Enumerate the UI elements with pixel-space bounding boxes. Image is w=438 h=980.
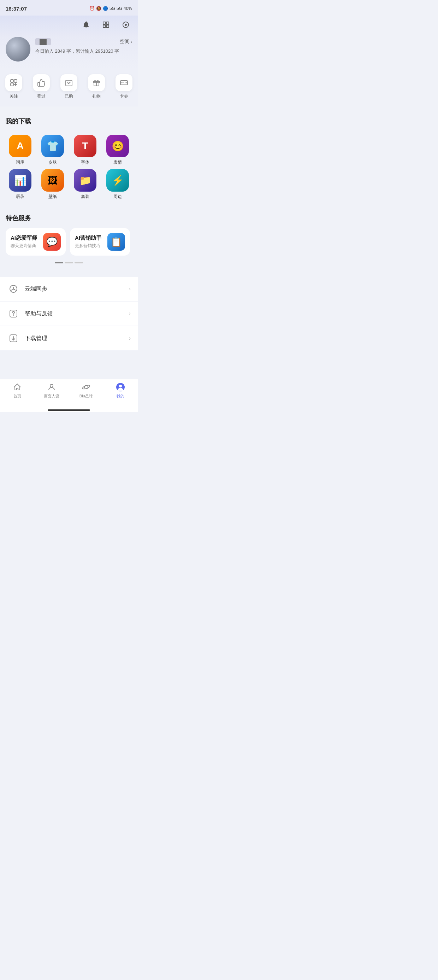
taozhuang-label: 套装 [81,194,89,200]
download-taozhuang[interactable]: 📁 套装 [71,169,100,200]
taozhuang-icon: 📁 [74,169,97,192]
services-title: 特色服务 [6,214,132,223]
status-icons: ⏰ 🔕 🔵 5G 5G 40% [89,6,132,11]
notification-button[interactable] [80,18,92,31]
nav-planet[interactable]: Biu星球 [69,382,103,399]
nav-home[interactable]: 首页 [0,382,35,399]
space-link[interactable]: 空间 › [120,38,132,45]
download-biaoqing[interactable]: 😊 表情 [103,135,132,165]
liked-label: 赞过 [37,93,46,99]
action-liked[interactable]: 赞过 [33,74,50,99]
svg-rect-0 [103,22,106,24]
ziti-icon: T [74,135,97,158]
signal2-icon: 5G [117,6,122,11]
zhoubian-label: 周边 [113,194,122,200]
svg-point-21 [50,384,53,387]
refresh-button[interactable] [100,18,112,31]
header [0,16,138,37]
ai-marketing-title: AI营销助手 [75,235,102,242]
zhoubian-icon: ⚡ [106,169,129,192]
menu-section: 云端同步 › 帮助与反馈 › 下载管理 › [0,273,138,354]
status-time: 16:37:07 [6,6,27,12]
download-zhoubian[interactable]: ⚡ 周边 [103,169,132,200]
ai-love-desc: 聊天更高情商 [11,243,37,249]
ai-love-icon: 💬 [43,233,61,251]
follow-label: 关注 [10,93,18,99]
yulu-label: 语录 [16,194,24,200]
status-bar: 16:37:07 ⏰ 🔕 🔵 5G 5G 40% [0,0,138,16]
purchased-label: 已购 [65,93,73,99]
download-bizhi[interactable]: 🖼 壁纸 [38,169,67,200]
nav-avatar[interactable]: 百变人设 [35,382,69,399]
svg-point-19 [13,315,14,316]
svg-point-5 [125,24,127,26]
ai-marketing-desc: 更多营销技巧 [75,243,102,249]
profile-stats: 今日输入 2849 字，累计输入 2951020 字 [35,48,132,54]
action-follow[interactable]: 关注 [5,74,22,99]
alarm-icon: ⏰ [89,6,95,11]
action-coupon[interactable]: 卡券 [116,74,132,99]
dot-1 [55,262,63,263]
services-scroll: AI恋爱军师 聊天更高情商 💬 AI营销助手 更多营销技巧 📋 购物省 更多优惠… [6,228,132,259]
svg-point-25 [119,385,122,388]
menu-help[interactable]: 帮助与反馈 › [0,302,138,326]
mine-nav-label: 我的 [117,393,124,399]
help-label: 帮助与反馈 [25,310,124,318]
quick-actions: 关注 赞过 已购 [0,68,138,107]
purchased-icon [60,74,77,91]
mine-nav-icon [116,382,125,392]
liked-icon [33,74,50,91]
ai-marketing-text: AI营销助手 更多营销技巧 [75,235,102,249]
avatar-nav-icon [47,382,57,392]
download-manager-label: 下载管理 [25,335,124,342]
download-ciku[interactable]: A 词库 [6,135,35,165]
gift-icon [88,74,105,91]
scan-button[interactable] [119,18,132,31]
mute-icon: 🔕 [96,6,102,11]
home-indicator [0,407,138,412]
svg-point-15 [122,83,122,83]
space-arrow-icon: › [130,39,132,45]
bizhi-icon: 🖼 [41,169,64,192]
menu-cloud-sync[interactable]: 云端同步 › [0,277,138,301]
menu-download-manager[interactable]: 下载管理 › [0,326,138,350]
profile-name-badge: ██ [35,38,51,45]
signal-icon: 5G [110,6,115,11]
gift-label: 礼物 [92,93,101,99]
bluetooth-icon: 🔵 [103,6,108,11]
download-pifu[interactable]: 👕 皮肤 [38,135,67,165]
service-ai-love[interactable]: AI恋爱军师 聊天更高情商 💬 [6,228,66,256]
action-purchased[interactable]: 已购 [60,74,77,99]
cloud-sync-arrow: › [129,286,131,292]
cloud-sync-icon [7,283,20,295]
download-ziti[interactable]: T 字体 [71,135,100,165]
nav-mine[interactable]: 我的 [103,382,138,399]
service-ai-marketing[interactable]: AI营销助手 更多营销技巧 📋 [70,228,130,256]
download-yulu[interactable]: 📊 语录 [6,169,35,200]
downloads-section: 我的下载 [0,110,138,135]
svg-rect-7 [14,80,17,83]
bottom-nav: 首页 百变人设 Biu星球 我的 [0,379,138,407]
ciku-label: 词库 [16,159,24,165]
ai-love-text: AI恋爱军师 聊天更高情商 [11,235,37,249]
pifu-label: 皮肤 [48,159,57,165]
home-bar [48,409,90,411]
biaoqing-icon: 😊 [106,135,129,158]
scroll-indicator [6,259,132,266]
avatar[interactable] [6,37,30,62]
download-manager-icon [7,332,20,345]
coupon-icon [116,74,132,91]
svg-rect-2 [103,25,106,27]
svg-rect-8 [11,83,13,86]
svg-rect-6 [11,80,13,83]
profile-name-row: ██ 空间 › [35,38,132,45]
biaoqing-label: 表情 [113,159,122,165]
home-nav-icon [13,382,22,392]
profile-section: ██ 空间 › 今日输入 2849 字，累计输入 2951020 字 [0,37,138,68]
downloads-title: 我的下载 [6,117,132,126]
coupon-label: 卡券 [120,93,128,99]
download-grid: A 词库 👕 皮肤 T 字体 😊 表情 📊 语录 🖼 壁纸 📁 [0,135,138,203]
action-gift[interactable]: 礼物 [88,74,105,99]
planet-nav-icon [81,382,91,392]
ai-love-title: AI恋爱军师 [11,235,37,242]
